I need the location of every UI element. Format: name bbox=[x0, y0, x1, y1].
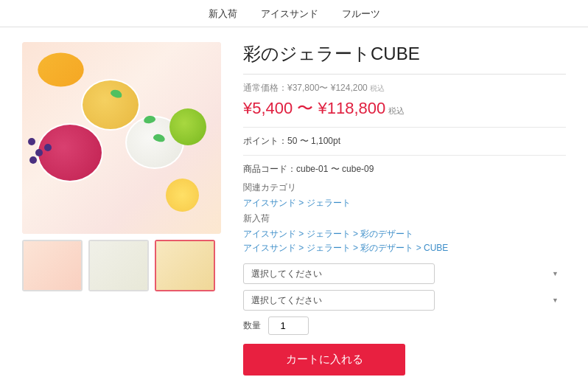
blueberry-1 bbox=[28, 138, 35, 145]
main-product-image bbox=[22, 42, 221, 234]
category-link-3[interactable]: アイスサンド > ジェラート > 彩のデザート bbox=[243, 228, 566, 241]
mango-decoration bbox=[37, 49, 85, 90]
category-section: 関連カテゴリ アイスサンド > ジェラート 新入荷 アイスサンド > ジェラート… bbox=[243, 181, 566, 255]
thumbnail-3[interactable] bbox=[155, 240, 215, 291]
image-column bbox=[22, 42, 221, 376]
quantity-row: 数量 bbox=[243, 316, 566, 335]
regular-price-tax: 税込 bbox=[370, 84, 385, 92]
pink-bowl bbox=[37, 123, 103, 182]
quantity-label: 数量 bbox=[243, 319, 261, 332]
sale-price-tax: 税込 bbox=[388, 105, 405, 117]
product-title: 彩のジェラートCUBE bbox=[243, 42, 566, 65]
quantity-input[interactable] bbox=[268, 316, 309, 335]
select-2[interactable]: 選択してください bbox=[243, 290, 435, 311]
new-arrivals-heading: 新入荷 bbox=[243, 212, 566, 225]
thumbnail-2[interactable] bbox=[88, 240, 149, 291]
divider-1 bbox=[243, 74, 566, 75]
thumbnail-1[interactable] bbox=[22, 240, 83, 291]
main-container: 彩のジェラートCUBE 通常価格：¥37,800〜 ¥124,200 税込 ¥5… bbox=[0, 27, 588, 390]
lime-decoration bbox=[169, 108, 206, 145]
product-code-row: 商品コード：cube-01 〜 cube-09 bbox=[243, 163, 566, 176]
select-wrapper-2: 選択してください bbox=[243, 290, 566, 311]
product-code-text: 商品コード：cube-01 〜 cube-09 bbox=[243, 164, 374, 174]
nav-new-arrivals[interactable]: 新入荷 bbox=[209, 7, 237, 21]
lemon-decoration bbox=[166, 179, 199, 212]
blueberry-2 bbox=[35, 149, 43, 156]
select-wrapper-1: 選択してください bbox=[243, 263, 566, 284]
nav-fruits[interactable]: フルーツ bbox=[342, 7, 380, 21]
nav-ice-sandwich[interactable]: アイスサンド bbox=[261, 7, 318, 21]
regular-price: 通常価格：¥37,800〜 ¥124,200 税込 bbox=[243, 82, 566, 94]
category-heading: 関連カテゴリ bbox=[243, 181, 566, 194]
divider-2 bbox=[243, 127, 566, 128]
yellow-bowl bbox=[81, 79, 140, 131]
divider-3 bbox=[243, 155, 566, 156]
add-to-cart-button[interactable]: カートに入れる bbox=[243, 344, 405, 376]
product-info: 彩のジェラートCUBE 通常価格：¥37,800〜 ¥124,200 税込 ¥5… bbox=[243, 42, 566, 376]
points-text: ポイント：50 〜 1,100pt bbox=[243, 136, 340, 146]
blueberry-4 bbox=[29, 156, 37, 164]
sale-price: ¥5,400 〜 ¥118,800 税込 bbox=[243, 97, 566, 120]
category-link-4[interactable]: アイスサンド > ジェラート > 彩のデザート > CUBE bbox=[243, 242, 566, 255]
category-link-1[interactable]: アイスサンド > ジェラート bbox=[243, 197, 566, 210]
navigation: 新入荷 アイスサンド フルーツ bbox=[0, 0, 588, 27]
blueberry-3 bbox=[44, 144, 52, 151]
sale-price-value: ¥5,400 〜 ¥118,800 bbox=[243, 97, 385, 120]
regular-price-text: 通常価格：¥37,800〜 ¥124,200 bbox=[243, 83, 368, 93]
select-1[interactable]: 選択してください bbox=[243, 263, 435, 284]
thumbnail-row bbox=[22, 240, 221, 291]
points-row: ポイント：50 〜 1,100pt bbox=[243, 135, 566, 148]
